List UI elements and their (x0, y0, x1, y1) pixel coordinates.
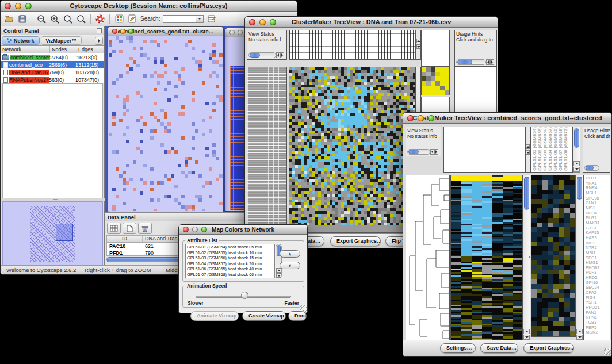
move-up-button[interactable]: ∧ (280, 250, 300, 258)
network-table-row[interactable]: RNAPuberNov2+ 563(0) 107847(0) (1, 76, 104, 83)
scroll-thumb[interactable] (524, 177, 529, 210)
overview-viewport-rect[interactable] (56, 224, 73, 241)
tv2-column-tree-area[interactable] (443, 127, 525, 173)
network-overview-panel[interactable] (2, 201, 103, 266)
open-file-icon[interactable] (4, 14, 14, 24)
animate-vizmap-button[interactable]: Animate Vizmap (190, 311, 239, 321)
export-graphics-button[interactable]: Export Graphics… (330, 236, 381, 246)
minimize-button[interactable] (238, 30, 243, 35)
close-button[interactable] (407, 115, 414, 121)
network-table-header[interactable]: Network Nodes Edges (1, 46, 104, 53)
attribute-list[interactable]: GPL51-01 (GSM854) heat shock 05 minGPL51… (185, 244, 275, 278)
save-data-button[interactable]: Save Data… (480, 343, 518, 353)
zoom-out-icon[interactable] (36, 14, 47, 24)
attribute-list-item[interactable]: GPL51-06 (GSM865) heat shock 40 min (187, 266, 274, 272)
minimize-button[interactable] (120, 29, 125, 34)
minimize-button[interactable] (15, 3, 21, 9)
vizmapper-icon[interactable] (114, 14, 124, 24)
resize-grip[interactable] (300, 305, 307, 312)
tv1-col-scroll-strip[interactable] (416, 30, 421, 60)
scroll-thumb[interactable] (574, 128, 579, 148)
select-attributes-icon[interactable] (107, 223, 121, 234)
tv2-zoom-scrollbar[interactable] (576, 175, 583, 340)
minimize-button[interactable] (418, 115, 424, 121)
create-vizmap-button[interactable]: Create Vizmap (242, 311, 286, 321)
tv1-row-dendrogram[interactable] (247, 67, 287, 233)
network-table-row[interactable]: DNA and Tran 07 769(0) 183728(0) (1, 68, 104, 76)
zoom-button[interactable] (128, 29, 133, 34)
tv2-zoom-heatmap[interactable] (531, 175, 576, 337)
zoom-selected-icon[interactable] (76, 14, 86, 24)
treeview1-titlebar[interactable]: ClusterMaker TreeView : DNA and Tran 07-… (245, 17, 498, 28)
zoom-button[interactable] (201, 227, 207, 232)
tab-vizmapper[interactable]: VizMapper™ (41, 36, 82, 45)
attribute-list-item[interactable]: GPL51-03 (GSM856) heat shock 15 min (187, 255, 274, 261)
tv2-hints-scrollbar[interactable] (584, 165, 607, 171)
column-label[interactable]: GPL51-01 (GSM854) (533, 127, 537, 171)
tv1-hints-scrollbar[interactable] (456, 59, 494, 65)
delete-attribute-icon[interactable] (138, 223, 152, 234)
scroll-thumb[interactable] (408, 150, 419, 154)
minimize-button[interactable] (259, 19, 266, 25)
tab-network[interactable]: Network (2, 36, 40, 45)
tv2-collabel-scrollbar[interactable] (573, 127, 580, 173)
tv1-status-scrollbar[interactable] (248, 52, 284, 58)
zoom-button[interactable] (428, 115, 434, 121)
network-table-row[interactable]: combined_sco 2569(6) 13112(15) (1, 61, 104, 68)
attribute-list-item[interactable]: GPL51-02 (GSM855) heat shock 10 min (187, 250, 274, 256)
scroll-thumb[interactable] (586, 166, 594, 170)
tv2-status-scrollbar[interactable] (407, 149, 438, 155)
help-lifesaver-icon[interactable] (95, 14, 105, 24)
close-button[interactable] (183, 227, 189, 232)
attribute-editor-icon[interactable] (206, 14, 217, 24)
tv1-main-heatmap[interactable] (289, 67, 416, 233)
new-attribute-icon[interactable] (123, 223, 136, 234)
treeview2-titlebar[interactable]: ClusterMaker TreeView : combined_scores_… (403, 113, 611, 124)
attribute-list-item[interactable]: GPL51-04 (GSM857) heat shock 20 min (187, 261, 274, 267)
close-button[interactable] (5, 3, 11, 9)
export-graphics-button[interactable]: Export Graphics… (523, 343, 574, 353)
zoom-in-icon[interactable] (49, 14, 60, 24)
close-button[interactable] (249, 19, 255, 25)
main-titlebar[interactable]: Cytoscape Desktop (Session Name: collins… (1, 1, 297, 12)
panel-splitter[interactable] (1, 198, 105, 201)
float-panel-icon[interactable] (97, 28, 102, 33)
slider-thumb[interactable] (241, 292, 248, 299)
close-button[interactable] (230, 30, 235, 35)
more-tabs-arrow[interactable] (95, 37, 103, 45)
move-down-button[interactable]: ∨ (280, 262, 300, 269)
zoom-fit-icon[interactable] (63, 14, 73, 24)
tv2-col-scroll-strip[interactable] (525, 127, 530, 173)
close-button[interactable] (112, 29, 117, 34)
scroll-thumb[interactable] (250, 53, 260, 58)
zoom-button[interactable] (25, 3, 32, 9)
map-dialog-titlebar[interactable]: Map Colors to Network (179, 225, 307, 235)
settings-button[interactable]: Settings… (440, 343, 476, 353)
attribute-list-item[interactable]: GPL51-01 (GSM854) heat shock 05 min (187, 244, 274, 250)
gene-label[interactable]: MON2 (586, 330, 610, 335)
search-input[interactable] (163, 15, 196, 23)
network-window-1-titlebar[interactable]: combined_scores_good.txt--cluste... (108, 27, 223, 36)
tv1-zoom-heatmap[interactable] (421, 67, 450, 95)
save-icon[interactable] (17, 14, 28, 24)
column-label[interactable]: GPL51-03 (GSM856) (543, 127, 548, 171)
network-view-1-canvas[interactable] (109, 36, 223, 211)
tv2-row-dendrogram[interactable] (406, 175, 450, 340)
tv2-global-heatmap[interactable] (450, 175, 523, 340)
column-label[interactable]: GPL51-07 (GSM868) (559, 127, 563, 171)
attribute-list-scrollbar[interactable] (276, 244, 282, 278)
minimize-button[interactable] (192, 227, 198, 232)
done-button[interactable]: Done (288, 311, 307, 321)
network-view-window-1[interactable]: combined_scores_good.txt--cluste... (108, 26, 224, 212)
attribute-list-item[interactable]: GPL51-07 (GSM868) heat shock 60 min (187, 272, 274, 278)
column-label[interactable]: GPL51-04 (GSM857) (548, 127, 553, 171)
network-table-row[interactable]: combined_scores 2764(0) 16218(0) (1, 53, 104, 61)
zoom-button[interactable] (270, 19, 276, 25)
column-label[interactable]: GPL51-06 (GSM865) (553, 127, 558, 171)
column-label[interactable]: GPL51-02 (GSM855) (538, 127, 542, 171)
search-dropdown-icon[interactable] (196, 15, 204, 23)
splitter-dot[interactable] (529, 256, 530, 258)
annotation-icon[interactable] (127, 14, 137, 24)
column-label[interactable]: GPL51-08 (GSM872) (564, 127, 568, 171)
scroll-thumb[interactable] (457, 60, 472, 64)
